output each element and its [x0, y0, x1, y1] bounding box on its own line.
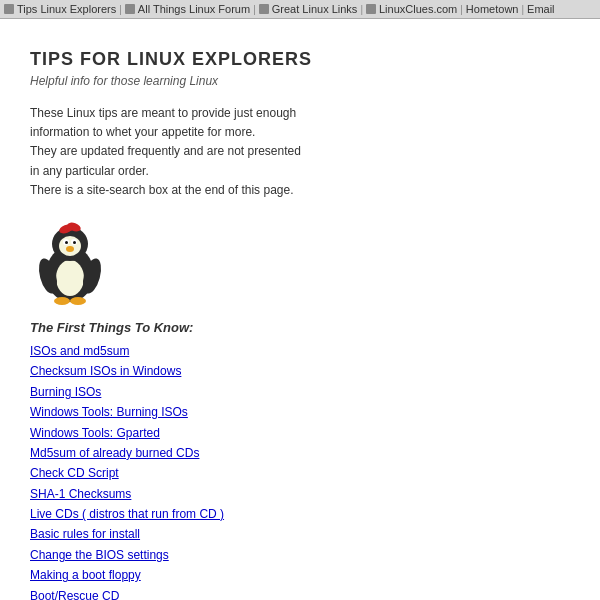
svg-point-14: [54, 297, 70, 305]
svg-point-7: [73, 241, 76, 244]
svg-point-1: [56, 260, 84, 296]
nav-item-links[interactable]: Great Linux Links: [259, 3, 358, 15]
nav-item-clues[interactable]: LinuxClues.com: [366, 3, 457, 15]
list-item[interactable]: Checksum ISOs in Windows: [30, 361, 570, 381]
nav-link-forum[interactable]: All Things Linux Forum: [138, 3, 250, 15]
nav-item-hometown[interactable]: Hometown: [466, 3, 519, 15]
links-list: ISOs and md5sumChecksum ISOs in WindowsB…: [30, 341, 570, 600]
intro-line1: These Linux tips are meant to provide ju…: [30, 106, 296, 120]
svg-point-8: [66, 246, 74, 252]
penguin-mascot: [30, 216, 110, 306]
list-item[interactable]: Windows Tools: Burning ISOs: [30, 402, 570, 422]
list-item[interactable]: Boot/Rescue CD: [30, 586, 570, 600]
list-item[interactable]: Making a boot floppy: [30, 565, 570, 585]
list-item[interactable]: Basic rules for install: [30, 524, 570, 544]
links-header: The First Things To Know:: [30, 320, 570, 335]
list-item[interactable]: Check CD Script: [30, 463, 570, 483]
nav-link-email[interactable]: Email: [527, 3, 555, 15]
nav-link-clues[interactable]: LinuxClues.com: [379, 3, 457, 15]
nav-item-tips[interactable]: Tips Linux Explorers: [4, 3, 116, 15]
intro-line2: information to whet your appetite for mo…: [30, 125, 255, 139]
nav-link-tips[interactable]: Tips Linux Explorers: [17, 3, 116, 15]
nav-item-forum[interactable]: All Things Linux Forum: [125, 3, 250, 15]
list-item[interactable]: Md5sum of already burned CDs: [30, 443, 570, 463]
nav-item-email[interactable]: Email: [527, 3, 555, 15]
nav-sep-1: |: [119, 4, 122, 15]
list-item[interactable]: ISOs and md5sum: [30, 341, 570, 361]
nav-icon-links: [259, 4, 269, 14]
nav-link-links[interactable]: Great Linux Links: [272, 3, 358, 15]
intro-line3: They are updated frequently and are not …: [30, 144, 301, 158]
intro-line5: There is a site-search box at the end of…: [30, 183, 293, 197]
list-item[interactable]: SHA-1 Checksums: [30, 484, 570, 504]
intro-line4: in any particular order.: [30, 164, 149, 178]
penguin-area: [30, 216, 570, 306]
list-item[interactable]: Change the BIOS settings: [30, 545, 570, 565]
page-title: TIPS FOR LINUX EXPLORERS: [30, 49, 570, 70]
svg-point-11: [67, 225, 73, 231]
nav-link-hometown[interactable]: Hometown: [466, 3, 519, 15]
nav-sep-3: |: [360, 4, 363, 15]
intro-text: These Linux tips are meant to provide ju…: [30, 104, 570, 200]
nav-sep-4: |: [460, 4, 463, 15]
nav-sep-5: |: [521, 4, 524, 15]
nav-icon-tips: [4, 4, 14, 14]
svg-point-6: [65, 241, 68, 244]
svg-point-15: [70, 297, 86, 305]
nav-icon-clues: [366, 4, 376, 14]
nav-sep-2: |: [253, 4, 256, 15]
list-item[interactable]: Windows Tools: Gparted: [30, 423, 570, 443]
links-section: The First Things To Know: ISOs and md5su…: [30, 320, 570, 600]
main-content: TIPS FOR LINUX EXPLORERS Helpful info fo…: [0, 19, 600, 600]
navbar: Tips Linux Explorers | All Things Linux …: [0, 0, 600, 19]
page-subtitle: Helpful info for those learning Linux: [30, 74, 570, 88]
list-item[interactable]: Live CDs ( distros that run from CD ): [30, 504, 570, 524]
list-item[interactable]: Burning ISOs: [30, 382, 570, 402]
nav-icon-forum: [125, 4, 135, 14]
